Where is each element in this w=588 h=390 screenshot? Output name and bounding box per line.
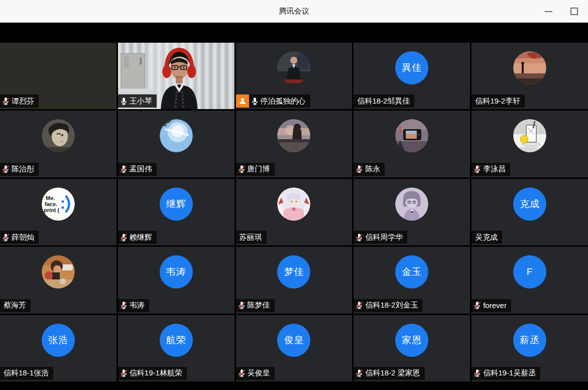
participant-tile[interactable]: 苏丽琪 bbox=[236, 179, 352, 245]
participant-labelbar: 信科19-1林航荣 bbox=[118, 367, 187, 380]
avatar-initials: 梦佳 bbox=[277, 255, 310, 288]
avatar-photo bbox=[395, 187, 428, 221]
svg-text:print (: print ( bbox=[44, 207, 59, 213]
avatar-photo bbox=[42, 255, 75, 288]
name-label: 唐门博 bbox=[236, 163, 275, 176]
minimize-button[interactable] bbox=[545, 11, 552, 12]
participant-tile[interactable]: 薪丞 信科19-1吴薪丞 bbox=[472, 315, 588, 381]
mic-muted-icon bbox=[355, 301, 364, 310]
participant-name: 信科18-2刘金玉 bbox=[365, 301, 418, 310]
name-label: 吴俊皇 bbox=[236, 367, 275, 380]
participant-tile[interactable]: 陈治彤 bbox=[0, 111, 116, 177]
participant-name: 唐门博 bbox=[248, 164, 270, 174]
participant-labelbar: 赖继辉 bbox=[118, 231, 157, 244]
avatar-initials: 薪丞 bbox=[513, 324, 546, 357]
participant-tile[interactable]: 信科19-2李轩 bbox=[472, 43, 588, 109]
participant-labelbar: 信科19-2李轩 bbox=[472, 94, 525, 108]
participant-tile[interactable]: 张浩 信科18-1张浩 bbox=[0, 315, 116, 381]
name-label: 停泊孤独的心 bbox=[249, 94, 310, 108]
name-label: 信科18-2邹異佳 bbox=[354, 94, 414, 108]
participant-tile[interactable]: F forever bbox=[472, 247, 588, 313]
name-label: 吴克成 bbox=[472, 231, 502, 244]
name-label: 李泳昌 bbox=[472, 163, 510, 176]
participant-name: 信科周学华 bbox=[365, 233, 403, 242]
participant-labelbar: 韦涛 bbox=[118, 299, 149, 312]
participant-tile[interactable]: 金玉 信科18-2刘金玉 bbox=[354, 247, 470, 313]
avatar-initials: 韦涛 bbox=[160, 255, 193, 288]
participant-tile[interactable]: 王小琴 bbox=[118, 43, 234, 109]
mic-muted-icon bbox=[355, 233, 364, 242]
participant-labelbar: 李泳昌 bbox=[472, 163, 510, 176]
participant-labelbar: 信科周学华 bbox=[354, 231, 407, 244]
participant-labelbar: 陈梦佳 bbox=[236, 299, 275, 312]
mic-muted-icon bbox=[238, 301, 246, 310]
participant-name: 李泳昌 bbox=[483, 164, 506, 174]
mic-on-icon bbox=[251, 97, 259, 106]
person-badge-icon bbox=[236, 94, 249, 108]
video-grid: 谭烈芬 bbox=[0, 43, 588, 381]
window-title: 腾讯会议 bbox=[279, 7, 309, 16]
name-label: 王小琴 bbox=[118, 94, 157, 108]
participant-tile[interactable]: 俊皇 吴俊皇 bbox=[236, 315, 352, 381]
participant-tile[interactable]: 航荣 信科19-1林航荣 bbox=[118, 315, 234, 381]
avatar-photo bbox=[277, 119, 310, 152]
maximize-button[interactable] bbox=[570, 8, 578, 15]
name-label: 赖继辉 bbox=[118, 231, 157, 244]
participant-name: 蔡海芳 bbox=[4, 301, 26, 310]
participant-tile[interactable]: 孟国伟 bbox=[118, 111, 234, 177]
participant-tile[interactable]: 蔡海芳 bbox=[0, 247, 116, 313]
mic-on-icon bbox=[120, 97, 128, 106]
mic-muted-icon bbox=[473, 301, 482, 310]
name-label: 信科19-1吴薪丞 bbox=[472, 367, 540, 380]
participant-name: 吴克成 bbox=[475, 233, 498, 242]
participant-tile[interactable]: 继辉 赖继辉 bbox=[118, 179, 234, 245]
name-label: 陈永 bbox=[354, 163, 385, 176]
participant-tile[interactable]: 陈永 bbox=[354, 111, 470, 177]
participant-name: 信科18-2 梁家恩 bbox=[365, 368, 420, 378]
participant-name: 信科19-2李轩 bbox=[475, 96, 520, 106]
name-label: 陈梦佳 bbox=[236, 299, 275, 312]
name-label: 信科19-2李轩 bbox=[472, 94, 525, 108]
tencent-meeting-window: 腾讯会议 谭烈芬 bbox=[0, 0, 588, 390]
participant-tile[interactable]: 停泊孤独的心 bbox=[236, 43, 352, 109]
avatar-photo: Me.face.print ( bbox=[42, 187, 75, 221]
avatar-photo bbox=[513, 51, 546, 84]
avatar-initials: 克成 bbox=[513, 187, 546, 221]
participant-labelbar: 信科19-1吴薪丞 bbox=[472, 367, 540, 380]
participant-name: 谭烈芬 bbox=[12, 96, 34, 106]
participant-tile[interactable]: Me.face.print ( 薛朝灿 bbox=[0, 179, 116, 245]
participant-name: 信科18-2邹異佳 bbox=[357, 96, 410, 106]
participant-name: 陈梦佳 bbox=[248, 301, 270, 310]
participant-name: 信科19-1林航荣 bbox=[130, 368, 182, 378]
participant-tile[interactable]: 信科周学华 bbox=[354, 179, 470, 245]
name-label: 信科18-2刘金玉 bbox=[354, 299, 422, 312]
participant-labelbar: 信科18-2 梁家恩 bbox=[354, 367, 424, 380]
avatar-initials: 異佳 bbox=[395, 51, 428, 84]
participant-name: 信科18-1张浩 bbox=[4, 368, 49, 378]
mic-muted-icon bbox=[120, 369, 128, 377]
participant-labelbar: 信科18-2邹異佳 bbox=[354, 94, 414, 108]
participant-tile[interactable]: 李泳昌 bbox=[472, 111, 588, 177]
mic-muted-icon bbox=[2, 233, 10, 242]
participant-tile[interactable]: 韦涛 韦涛 bbox=[118, 247, 234, 313]
name-label: 陈治彤 bbox=[0, 163, 39, 176]
participant-name: 薛朝灿 bbox=[12, 233, 34, 242]
name-label: 信科18-2 梁家恩 bbox=[354, 367, 424, 380]
participant-labelbar: 陈永 bbox=[354, 163, 385, 176]
participant-tile[interactable]: 異佳 信科18-2邹異佳 bbox=[354, 43, 470, 109]
participant-labelbar: 苏丽琪 bbox=[236, 231, 267, 244]
name-label: 谭烈芬 bbox=[0, 94, 39, 108]
participant-name: 孟国伟 bbox=[130, 164, 152, 174]
participant-tile[interactable]: 家恩 信科18-2 梁家恩 bbox=[354, 315, 470, 381]
avatar-photo bbox=[160, 119, 193, 152]
participant-name: 韦涛 bbox=[130, 301, 145, 310]
participant-labelbar: 吴俊皇 bbox=[236, 367, 275, 380]
mic-muted-icon bbox=[120, 233, 128, 242]
participant-tile[interactable]: 克成 吴克成 bbox=[472, 179, 588, 245]
avatar-initials: 俊皇 bbox=[277, 324, 310, 357]
participant-tile[interactable]: 梦佳 陈梦佳 bbox=[236, 247, 352, 313]
participant-tile[interactable]: 唐门博 bbox=[236, 111, 352, 177]
participant-tile[interactable]: 谭烈芬 bbox=[0, 43, 116, 109]
participant-labelbar: 谭烈芬 bbox=[0, 94, 39, 108]
avatar-initials: F bbox=[513, 255, 546, 288]
